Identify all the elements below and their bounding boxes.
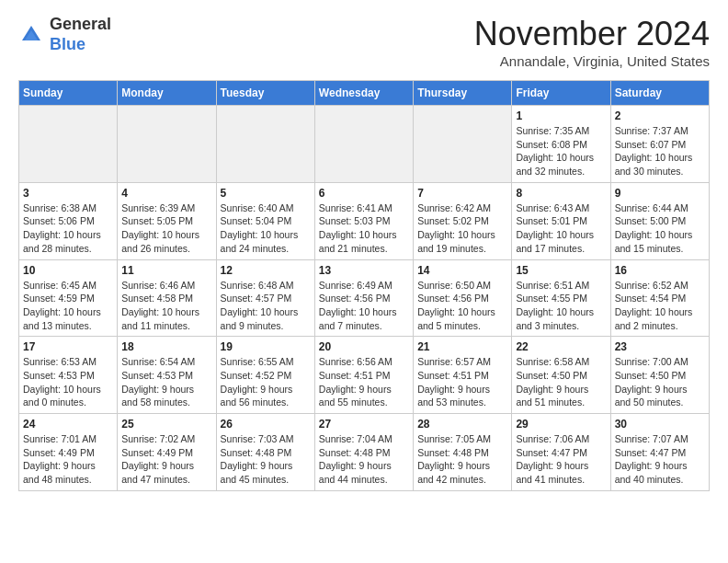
day-number: 15 bbox=[516, 264, 606, 277]
calendar-day-cell bbox=[19, 106, 118, 183]
logo-general: General bbox=[50, 15, 111, 33]
weekday-header: Tuesday bbox=[216, 81, 314, 106]
calendar-day-cell: 2Sunrise: 7:37 AMSunset: 6:07 PMDaylight… bbox=[610, 106, 709, 183]
calendar-day-cell bbox=[414, 106, 512, 183]
day-number: 11 bbox=[121, 264, 211, 277]
day-number: 6 bbox=[319, 187, 409, 200]
day-number: 20 bbox=[319, 340, 409, 353]
day-info: Sunrise: 7:03 AMSunset: 4:48 PMDaylight:… bbox=[221, 432, 311, 487]
calendar-week-row: 24Sunrise: 7:01 AMSunset: 4:49 PMDayligh… bbox=[19, 414, 710, 491]
day-info: Sunrise: 6:57 AMSunset: 4:51 PMDaylight:… bbox=[417, 355, 507, 409]
day-number: 18 bbox=[121, 340, 211, 353]
calendar-week-row: 1Sunrise: 7:35 AMSunset: 6:08 PMDaylight… bbox=[19, 106, 710, 183]
logo-text: General Blue bbox=[50, 15, 111, 54]
calendar-week-row: 10Sunrise: 6:45 AMSunset: 4:59 PMDayligh… bbox=[19, 259, 710, 337]
day-number: 17 bbox=[23, 340, 113, 353]
month-title: November 2024 bbox=[474, 15, 710, 53]
day-info: Sunrise: 6:40 AMSunset: 5:04 PMDaylight:… bbox=[221, 201, 311, 256]
day-info: Sunrise: 6:50 AMSunset: 4:56 PMDaylight:… bbox=[417, 279, 507, 333]
day-info: Sunrise: 6:54 AMSunset: 4:53 PMDaylight:… bbox=[121, 355, 211, 409]
weekday-header-row: SundayMondayTuesdayWednesdayThursdayFrid… bbox=[19, 81, 710, 106]
calendar-day-cell: 8Sunrise: 6:43 AMSunset: 5:01 PMDaylight… bbox=[512, 182, 610, 259]
calendar-day-cell: 6Sunrise: 6:41 AMSunset: 5:03 PMDaylight… bbox=[314, 182, 413, 259]
day-number: 7 bbox=[417, 187, 507, 200]
day-info: Sunrise: 6:39 AMSunset: 5:05 PMDaylight:… bbox=[121, 201, 211, 256]
day-info: Sunrise: 6:56 AMSunset: 4:51 PMDaylight:… bbox=[319, 355, 409, 409]
calendar-day-cell: 14Sunrise: 6:50 AMSunset: 4:56 PMDayligh… bbox=[414, 259, 512, 337]
day-number: 13 bbox=[319, 264, 409, 277]
day-info: Sunrise: 7:06 AMSunset: 4:47 PMDaylight:… bbox=[516, 432, 606, 487]
day-number: 23 bbox=[615, 340, 705, 353]
day-number: 16 bbox=[615, 264, 705, 277]
day-info: Sunrise: 7:02 AMSunset: 4:49 PMDaylight:… bbox=[121, 432, 211, 487]
day-info: Sunrise: 6:48 AMSunset: 4:57 PMDaylight:… bbox=[221, 279, 311, 333]
calendar-day-cell bbox=[216, 106, 314, 183]
calendar-day-cell: 25Sunrise: 7:02 AMSunset: 4:49 PMDayligh… bbox=[118, 414, 216, 491]
title-block: November 2024 Annandale, Virginia, Unite… bbox=[474, 15, 710, 69]
calendar-day-cell: 17Sunrise: 6:53 AMSunset: 4:53 PMDayligh… bbox=[19, 337, 118, 414]
day-number: 30 bbox=[615, 418, 705, 431]
logo-blue: Blue bbox=[50, 35, 85, 53]
weekday-header: Saturday bbox=[610, 81, 709, 106]
calendar-week-row: 17Sunrise: 6:53 AMSunset: 4:53 PMDayligh… bbox=[19, 337, 710, 414]
day-info: Sunrise: 6:44 AMSunset: 5:00 PMDaylight:… bbox=[615, 201, 705, 256]
day-number: 1 bbox=[516, 109, 606, 122]
location-subtitle: Annandale, Virginia, United States bbox=[474, 53, 710, 69]
day-info: Sunrise: 6:53 AMSunset: 4:53 PMDaylight:… bbox=[23, 355, 113, 409]
weekday-header: Friday bbox=[512, 81, 610, 106]
day-info: Sunrise: 7:37 AMSunset: 6:07 PMDaylight:… bbox=[615, 124, 705, 178]
day-number: 9 bbox=[615, 187, 705, 200]
calendar-day-cell: 29Sunrise: 7:06 AMSunset: 4:47 PMDayligh… bbox=[512, 414, 610, 491]
day-info: Sunrise: 7:00 AMSunset: 4:50 PMDaylight:… bbox=[615, 355, 705, 409]
day-info: Sunrise: 7:01 AMSunset: 4:49 PMDaylight:… bbox=[23, 432, 113, 487]
calendar-day-cell: 28Sunrise: 7:05 AMSunset: 4:48 PMDayligh… bbox=[414, 414, 512, 491]
day-number: 24 bbox=[23, 418, 113, 431]
calendar-day-cell: 22Sunrise: 6:58 AMSunset: 4:50 PMDayligh… bbox=[512, 337, 610, 414]
day-info: Sunrise: 6:38 AMSunset: 5:06 PMDaylight:… bbox=[23, 201, 113, 256]
day-info: Sunrise: 6:46 AMSunset: 4:58 PMDaylight:… bbox=[121, 279, 211, 333]
day-info: Sunrise: 6:45 AMSunset: 4:59 PMDaylight:… bbox=[23, 279, 113, 333]
day-info: Sunrise: 7:35 AMSunset: 6:08 PMDaylight:… bbox=[516, 124, 606, 178]
day-info: Sunrise: 6:51 AMSunset: 4:55 PMDaylight:… bbox=[516, 279, 606, 333]
calendar-day-cell: 26Sunrise: 7:03 AMSunset: 4:48 PMDayligh… bbox=[216, 414, 314, 491]
day-info: Sunrise: 7:07 AMSunset: 4:47 PMDaylight:… bbox=[615, 432, 705, 487]
day-info: Sunrise: 6:41 AMSunset: 5:03 PMDaylight:… bbox=[319, 201, 409, 256]
calendar-day-cell: 18Sunrise: 6:54 AMSunset: 4:53 PMDayligh… bbox=[118, 337, 216, 414]
calendar-day-cell bbox=[314, 106, 413, 183]
calendar-day-cell bbox=[118, 106, 216, 183]
calendar-day-cell: 3Sunrise: 6:38 AMSunset: 5:06 PMDaylight… bbox=[19, 182, 118, 259]
calendar-day-cell: 23Sunrise: 7:00 AMSunset: 4:50 PMDayligh… bbox=[610, 337, 709, 414]
day-number: 22 bbox=[516, 340, 606, 353]
calendar-day-cell: 12Sunrise: 6:48 AMSunset: 4:57 PMDayligh… bbox=[216, 259, 314, 337]
day-info: Sunrise: 6:43 AMSunset: 5:01 PMDaylight:… bbox=[516, 201, 606, 256]
calendar-day-cell: 4Sunrise: 6:39 AMSunset: 5:05 PMDaylight… bbox=[118, 182, 216, 259]
page-header: General Blue November 2024 Annandale, Vi… bbox=[18, 15, 710, 69]
day-info: Sunrise: 7:04 AMSunset: 4:48 PMDaylight:… bbox=[319, 432, 409, 487]
calendar-day-cell: 19Sunrise: 6:55 AMSunset: 4:52 PMDayligh… bbox=[216, 337, 314, 414]
day-number: 3 bbox=[23, 187, 113, 200]
calendar-day-cell: 5Sunrise: 6:40 AMSunset: 5:04 PMDaylight… bbox=[216, 182, 314, 259]
weekday-header: Wednesday bbox=[314, 81, 413, 106]
calendar-day-cell: 10Sunrise: 6:45 AMSunset: 4:59 PMDayligh… bbox=[19, 259, 118, 337]
weekday-header: Thursday bbox=[414, 81, 512, 106]
logo: General Blue bbox=[18, 15, 111, 54]
calendar-day-cell: 1Sunrise: 7:35 AMSunset: 6:08 PMDaylight… bbox=[512, 106, 610, 183]
day-number: 14 bbox=[417, 264, 507, 277]
day-number: 12 bbox=[221, 264, 311, 277]
calendar-day-cell: 30Sunrise: 7:07 AMSunset: 4:47 PMDayligh… bbox=[610, 414, 709, 491]
calendar-day-cell: 11Sunrise: 6:46 AMSunset: 4:58 PMDayligh… bbox=[118, 259, 216, 337]
calendar-table: SundayMondayTuesdayWednesdayThursdayFrid… bbox=[18, 80, 710, 491]
weekday-header: Monday bbox=[118, 81, 216, 106]
calendar-day-cell: 7Sunrise: 6:42 AMSunset: 5:02 PMDaylight… bbox=[414, 182, 512, 259]
day-info: Sunrise: 7:05 AMSunset: 4:48 PMDaylight:… bbox=[417, 432, 507, 487]
calendar-day-cell: 9Sunrise: 6:44 AMSunset: 5:00 PMDaylight… bbox=[610, 182, 709, 259]
calendar-week-row: 3Sunrise: 6:38 AMSunset: 5:06 PMDaylight… bbox=[19, 182, 710, 259]
day-number: 19 bbox=[221, 340, 311, 353]
calendar-day-cell: 24Sunrise: 7:01 AMSunset: 4:49 PMDayligh… bbox=[19, 414, 118, 491]
logo-icon bbox=[18, 22, 44, 48]
calendar-day-cell: 27Sunrise: 7:04 AMSunset: 4:48 PMDayligh… bbox=[314, 414, 413, 491]
calendar-day-cell: 15Sunrise: 6:51 AMSunset: 4:55 PMDayligh… bbox=[512, 259, 610, 337]
day-info: Sunrise: 6:55 AMSunset: 4:52 PMDaylight:… bbox=[221, 355, 311, 409]
day-number: 8 bbox=[516, 187, 606, 200]
weekday-header: Sunday bbox=[19, 81, 118, 106]
